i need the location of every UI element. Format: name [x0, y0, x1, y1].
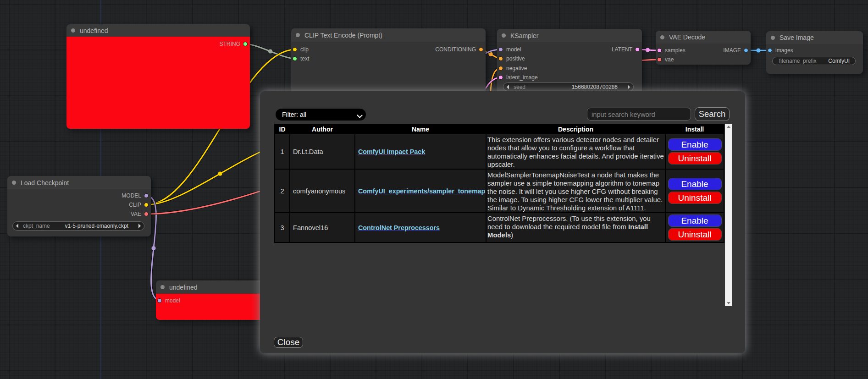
cell-description: This extension offers various detector n…	[486, 134, 665, 169]
input-label-text: text	[300, 55, 309, 63]
output-slot-CLIP[interactable]	[144, 203, 149, 207]
enable-button[interactable]: Enable	[668, 138, 722, 151]
node-collapse-dot[interactable]	[12, 181, 16, 185]
widget-prev-arrow[interactable]	[16, 224, 18, 228]
extension-table-wrap: IDAuthorNameDescriptionInstall 1Dr.Lt.Da…	[274, 124, 732, 306]
manager-dialog: Filter: all Search IDAuthorNameDescripti…	[260, 91, 745, 353]
cell-name: ComfyUI_experiments/sampler_tonemap	[355, 169, 486, 213]
cell-install: EnableUninstall	[665, 169, 724, 213]
node-collapse-dot[interactable]	[160, 285, 165, 289]
widget-filename_prefix[interactable]: filename_prefixComfyUI	[772, 57, 856, 65]
output-label-IMAGE: IMAGE	[723, 46, 741, 55]
uninstall-button[interactable]: Uninstall	[668, 228, 722, 241]
uninstall-button[interactable]: Uninstall	[668, 152, 722, 165]
cell-description: ControlNet Preprocessors. (To use this e…	[486, 213, 665, 242]
cell-name: ControlNet Preprocessors	[355, 213, 486, 242]
node-ksampler[interactable]: KSamplermodelpositivenegativelatent_imag…	[497, 29, 642, 96]
node-titlebar[interactable]: VAE Decode	[656, 31, 751, 44]
widget-prev-arrow[interactable]	[507, 85, 509, 89]
node-vae-decode[interactable]: VAE DecodesamplesvaeIMAGE	[656, 31, 751, 65]
column-header-author: Author	[290, 124, 355, 134]
node-titlebar[interactable]: Load Checkpoint	[7, 176, 151, 190]
search-input[interactable]	[587, 108, 691, 121]
extension-link[interactable]: ControlNet Preprocessors	[358, 224, 440, 231]
output-label-STRING: STRING	[220, 40, 240, 48]
cell-id: 2	[275, 169, 290, 213]
output-slot-IMAGE[interactable]	[744, 48, 748, 53]
node-save-image[interactable]: Save Imageimagesfilename_prefixComfyUI	[766, 31, 863, 74]
input-slot-latent_image[interactable]	[498, 75, 503, 80]
wire-midpoint-clip-to-clip2[interactable]	[218, 171, 222, 176]
wire-midpoint-image-to-images[interactable]	[756, 48, 760, 52]
extension-link[interactable]: ComfyUI Impact Pack	[358, 148, 425, 155]
column-header-name: Name	[355, 124, 486, 134]
enable-button[interactable]: Enable	[668, 214, 722, 227]
input-slot-vae[interactable]	[657, 57, 662, 62]
output-label-LATENT: LATENT	[612, 45, 632, 54]
wire-midpoint-string-to-text[interactable]	[268, 49, 272, 53]
cell-author: Fannovel16	[290, 213, 355, 242]
node-title: VAE Decode	[669, 33, 705, 41]
input-slot-model[interactable]	[498, 47, 503, 52]
node-collapse-dot[interactable]	[502, 33, 506, 38]
widget-next-arrow[interactable]	[628, 85, 630, 89]
output-slot-STRING[interactable]	[243, 42, 248, 46]
input-label-model: model	[506, 45, 521, 54]
input-slot-images[interactable]	[768, 48, 772, 53]
widget-ckpt_name[interactable]: ckpt_namev1-5-pruned-emaonly.ckpt	[12, 221, 144, 231]
input-slot-clip[interactable]	[293, 47, 297, 52]
column-header-id: ID	[275, 124, 290, 134]
output-label-MODEL: MODEL	[122, 192, 141, 200]
enable-button[interactable]: Enable	[668, 178, 722, 190]
node-titlebar[interactable]: CLIP Text Encode (Prompt)	[291, 28, 486, 42]
widget-next-arrow[interactable]	[138, 224, 141, 228]
widget-value: v1-5-pruned-emaonly.ckpt	[65, 223, 128, 229]
node-collapse-dot[interactable]	[660, 35, 664, 39]
node-title: Save Image	[780, 34, 814, 41]
cell-description: ModelSamplerTonemapNoiseTest a node that…	[486, 169, 665, 213]
node-title: undefined	[80, 27, 108, 34]
node-load-checkpoint[interactable]: Load CheckpointMODELCLIPVAEckpt_namev1-5…	[7, 176, 151, 236]
node-title: Load Checkpoint	[21, 179, 69, 187]
output-slot-MODEL[interactable]	[144, 193, 149, 198]
input-label-latent_image: latent_image	[506, 73, 538, 82]
output-slot-LATENT[interactable]	[635, 47, 640, 52]
scroll-down-button[interactable]	[725, 299, 732, 306]
input-slot-positive[interactable]	[498, 56, 503, 61]
widget-label: filename_prefix	[779, 58, 816, 64]
node-title: CLIP Text Encode (Prompt)	[304, 32, 382, 39]
node-titlebar[interactable]: Save Image	[766, 31, 863, 44]
wire-midpoint-latent-to-samples[interactable]	[646, 48, 650, 52]
filter-select[interactable]: Filter: all	[276, 109, 366, 121]
widget-seed[interactable]: seed156680208700286	[503, 82, 634, 91]
widget-value: 156680208700286	[572, 84, 618, 90]
node-titlebar[interactable]: undefined	[66, 24, 250, 37]
uninstall-button[interactable]: Uninstall	[668, 192, 722, 204]
node-titlebar[interactable]: KSampler	[497, 29, 642, 43]
output-slot-CONDITIONING[interactable]	[479, 47, 483, 52]
node-undefined-top[interactable]: undefinedSTRING	[66, 24, 250, 129]
node-collapse-dot[interactable]	[296, 33, 300, 37]
input-slot-text[interactable]	[293, 56, 297, 61]
input-label-positive: positive	[506, 55, 525, 63]
wire-midpoint-model-to-undefined[interactable]	[151, 246, 155, 250]
extension-link[interactable]: ComfyUI_experiments/sampler_tonemap	[358, 187, 485, 195]
widget-label: ckpt_name	[23, 223, 50, 229]
column-header-description: Description	[486, 124, 665, 134]
output-slot-VAE[interactable]	[144, 212, 149, 216]
node-clip-text-encode[interactable]: CLIP Text Encode (Prompt)cliptextCONDITI…	[291, 28, 486, 96]
input-slot-model[interactable]	[157, 298, 162, 303]
table-scrollbar[interactable]	[725, 124, 732, 306]
input-slot-negative[interactable]	[498, 66, 503, 71]
input-label-clip: clip	[300, 45, 309, 54]
scroll-up-button[interactable]	[725, 124, 732, 131]
search-button[interactable]: Search	[695, 107, 730, 121]
input-slot-samples[interactable]	[657, 48, 662, 53]
close-button[interactable]: Close	[274, 337, 303, 348]
column-header-install: Install	[665, 124, 724, 134]
widget-value: ComfyUI	[828, 58, 850, 64]
output-label-CONDITIONING: CONDITIONING	[435, 45, 476, 54]
node-collapse-dot[interactable]	[71, 28, 75, 33]
node-body[interactable]	[66, 37, 250, 129]
node-collapse-dot[interactable]	[771, 36, 775, 40]
